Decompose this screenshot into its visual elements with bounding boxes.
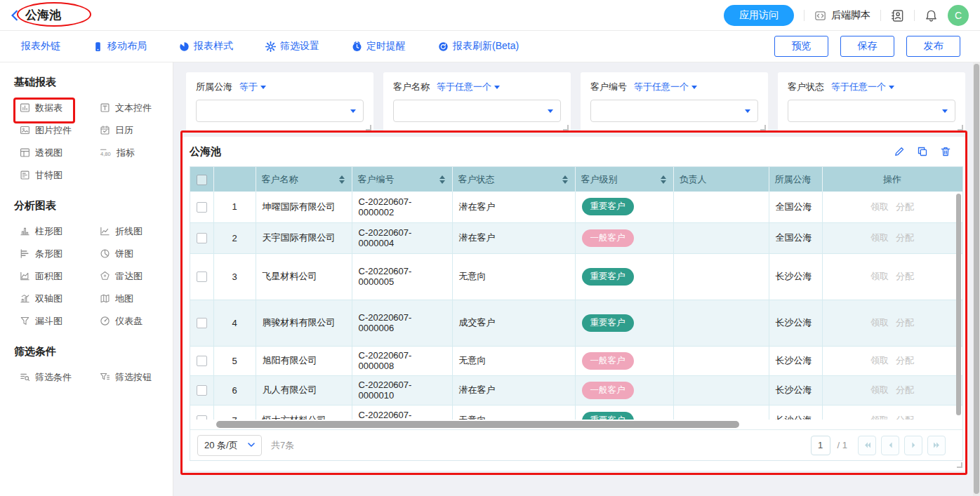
filter-value-select[interactable] [196, 100, 364, 122]
resize-handle[interactable] [957, 462, 962, 468]
row-checkbox[interactable] [197, 272, 207, 282]
claim-link[interactable]: 领取 [870, 232, 889, 243]
row-checkbox[interactable] [197, 385, 207, 396]
sidebar-item-text-widget[interactable]: 文本控件 [100, 102, 173, 114]
sidebar-item-pivot-table[interactable]: 透视图 [20, 147, 100, 159]
table-horizontal-scrollbar[interactable] [216, 421, 739, 428]
column-header-customer-status[interactable]: 客户状态 [452, 167, 575, 192]
toolbar-item-mobile-layout[interactable]: 移动布局 [93, 40, 147, 53]
sidebar-item-filter-condition[interactable]: 筛选条件 [20, 371, 100, 383]
resize-handle[interactable] [366, 125, 371, 130]
last-page-button[interactable] [927, 436, 946, 455]
filter-widget-customer-status[interactable]: 客户状态 等于任意一个 [778, 72, 965, 133]
sort-icon[interactable] [439, 175, 445, 184]
sort-icon[interactable] [339, 175, 345, 184]
assign-link[interactable]: 分配 [896, 384, 914, 395]
sidebar-item-dual-axis-chart[interactable]: 双轴图 [20, 293, 100, 304]
notifications-button[interactable] [925, 9, 938, 22]
report-canvas: 所属公海 等于 客户名称 等于任意一个 客户编号 等于任意一个 客户状态 [173, 62, 974, 496]
previous-page-button[interactable] [881, 436, 899, 455]
sidebar-item-area-chart[interactable]: 面积图 [20, 270, 100, 282]
sidebar-item-image-widget[interactable]: 图片控件 [20, 124, 100, 136]
backend-script-button[interactable]: 后端脚本 [814, 9, 870, 22]
sidebar-item-metric[interactable]: 4,80 指标 [100, 147, 173, 159]
resize-handle[interactable] [760, 125, 766, 130]
page-size-select[interactable]: 20 条/页 [197, 435, 262, 456]
assign-link[interactable]: 分配 [896, 355, 914, 366]
assign-link[interactable]: 分配 [896, 317, 914, 328]
sidebar-item-label: 筛选条件 [35, 371, 72, 384]
claim-link[interactable]: 领取 [870, 317, 889, 328]
row-checkbox[interactable] [197, 356, 207, 366]
save-button[interactable]: 保存 [840, 36, 894, 57]
claim-link[interactable]: 领取 [870, 201, 889, 212]
filter-widget-pool[interactable]: 所属公海 等于 [186, 72, 373, 133]
column-header-customer-level[interactable]: 客户级别 [575, 167, 673, 192]
publish-button[interactable]: 发布 [906, 36, 960, 57]
app-access-button[interactable]: 应用访问 [724, 5, 794, 26]
back-button[interactable] [8, 8, 22, 22]
first-page-button[interactable] [858, 436, 876, 455]
edit-icon[interactable] [894, 146, 905, 157]
sidebar-item-gantt[interactable]: 甘特图 [20, 169, 100, 181]
toolbar-item-scheduled-reminder[interactable]: 定时提醒 [352, 40, 406, 53]
assign-link[interactable]: 分配 [896, 232, 914, 243]
preview-button[interactable]: 预览 [774, 36, 828, 57]
sidebar-item-funnel-chart[interactable]: 漏斗图 [20, 315, 100, 327]
sidebar-item-gauge[interactable]: 仪表盘 [100, 315, 173, 327]
sidebar-item-label: 日历 [115, 124, 133, 137]
claim-link[interactable]: 领取 [870, 271, 889, 281]
user-avatar[interactable]: C [948, 5, 969, 26]
filter-condition-icon [20, 372, 30, 382]
assign-link[interactable]: 分配 [896, 415, 914, 420]
sidebar-item-filter-button[interactable]: 筛选按钮 [100, 371, 173, 383]
table-vertical-scrollbar[interactable] [956, 194, 961, 415]
sidebar-item-column-chart[interactable]: 柱形图 [20, 225, 100, 237]
table-row: 1 坤曜国际有限公司 C-20220607-0000002 潜在客户 重要客户 … [190, 192, 962, 222]
column-header-customer-code[interactable]: 客户编号 [352, 167, 452, 192]
assign-link[interactable]: 分配 [896, 201, 914, 212]
resize-handle[interactable] [563, 125, 569, 130]
filter-widget-customer-name[interactable]: 客户名称 等于任意一个 [383, 72, 571, 133]
sidebar-item-map[interactable]: 地图 [100, 293, 173, 304]
filter-operator-dropdown[interactable]: 等于任意一个 [437, 81, 500, 93]
row-checkbox[interactable] [197, 318, 207, 328]
sort-icon[interactable] [661, 175, 666, 184]
toolbar-item-filter-settings[interactable]: 筛选设置 [265, 40, 319, 53]
resize-handle[interactable] [958, 125, 963, 130]
filter-value-select[interactable] [590, 100, 758, 122]
sidebar-item-bar-chart[interactable]: 条形图 [20, 248, 100, 260]
copy-icon[interactable] [917, 146, 928, 157]
row-checkbox[interactable] [197, 202, 207, 213]
sidebar-item-line-chart[interactable]: 折线图 [100, 225, 173, 237]
next-page-button[interactable] [904, 436, 922, 455]
delete-trash-icon[interactable] [940, 146, 951, 157]
filter-value-select[interactable] [393, 100, 561, 122]
sort-icon[interactable] [562, 175, 568, 184]
sidebar-item-radar-chart[interactable]: 雷达图 [100, 270, 173, 282]
claim-link[interactable]: 领取 [870, 355, 889, 366]
pool-cell: 长沙公海 [769, 253, 822, 300]
sidebar-item-pie-chart[interactable]: 饼图 [100, 248, 173, 260]
row-checkbox[interactable] [197, 233, 207, 243]
toolbar-item-report-style[interactable]: 报表样式 [179, 40, 233, 53]
sidebar-item-data-table[interactable]: 数据表 [20, 102, 100, 114]
contacts-button[interactable] [891, 9, 904, 22]
select-all-checkbox[interactable] [197, 175, 207, 185]
filter-operator-dropdown[interactable]: 等于任意一个 [634, 81, 697, 93]
data-table-widget[interactable]: 公海池 客户名称 [183, 137, 965, 471]
claim-link[interactable]: 领取 [870, 415, 889, 420]
assign-link[interactable]: 分配 [896, 271, 914, 281]
column-header-customer-name[interactable]: 客户名称 [256, 167, 352, 192]
page-number-input[interactable]: 1 [811, 436, 830, 455]
filter-operator-dropdown[interactable]: 等于任意一个 [831, 81, 894, 93]
filter-value-select[interactable] [788, 100, 955, 122]
filter-operator-dropdown[interactable]: 等于 [239, 81, 266, 93]
filter-widget-customer-code[interactable]: 客户编号 等于任意一个 [581, 72, 768, 133]
sidebar-item-calendar[interactable]: 日历 [100, 124, 173, 136]
toolbar-item-report-refresh[interactable]: 报表刷新(Beta) [438, 40, 519, 53]
pool-cell: 全国公海 [769, 222, 822, 253]
toolbar-item-report-link[interactable]: 报表外链 [21, 40, 60, 53]
claim-link[interactable]: 领取 [870, 384, 889, 395]
page-vertical-scrollbar[interactable] [974, 64, 979, 494]
